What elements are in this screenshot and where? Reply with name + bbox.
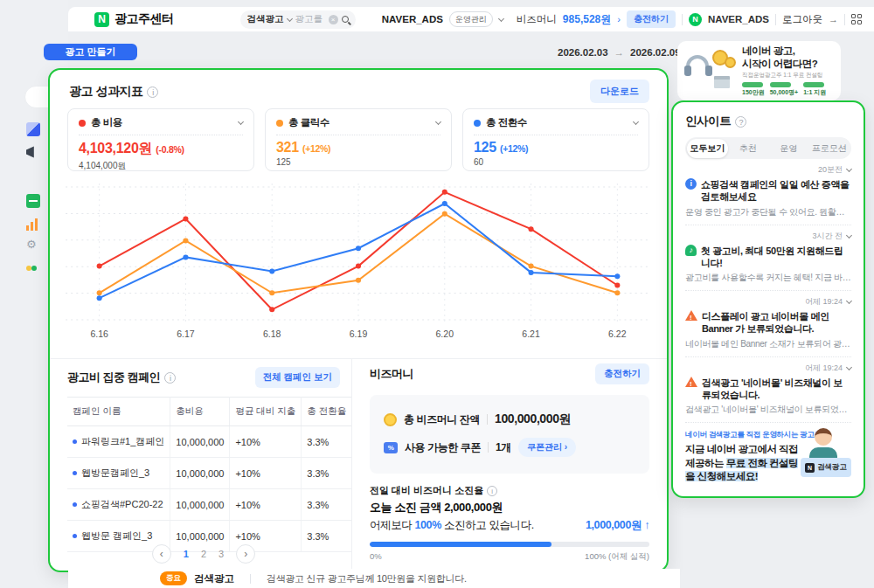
banner-title-line1: 네이버 광고, [742, 45, 794, 56]
chevron-down-icon[interactable] [435, 119, 441, 125]
banner-title-line2: 시작이 어렵다면? [742, 59, 817, 69]
metric-selector[interactable]: 총 전환수 [474, 116, 638, 135]
col-cvr: 총 전환율 [302, 398, 351, 426]
banner-badge [742, 82, 763, 87]
campaign-megaphone-icon[interactable] [26, 145, 40, 159]
consultant-illustration: N검색광고 [801, 428, 851, 486]
search-ad-badge: N검색광고 [801, 458, 851, 477]
chevron-down-icon[interactable] [286, 15, 292, 21]
page-1-button[interactable]: 1 [184, 549, 189, 559]
search-icon[interactable] [342, 16, 349, 23]
tab-all[interactable]: 모두보기 [687, 139, 728, 158]
col-vs-average: 평균 대비 지출 [230, 398, 302, 426]
footer-notice[interactable]: 중요 검색광고 검색광고 신규 광고주님께 10만원을 지원합니다. [68, 569, 680, 588]
tools-wrench-icon[interactable]: ⚙ [26, 238, 40, 252]
metric-previous-value: 60 [474, 157, 638, 167]
naver-logo-icon[interactable]: N [94, 12, 109, 27]
logout-button[interactable]: 로그아웃 [782, 13, 822, 26]
request-consulting-button[interactable]: 컨설팅 신청하러 가기 [685, 496, 851, 498]
prev-page-button[interactable]: ‹ [152, 544, 171, 564]
consulting-promo-banner[interactable]: 네이버 광고, 시작이 어렵다면? 직접운영광고주 1:1 무료 컨설팅 150… [677, 41, 841, 100]
info-icon[interactable]: i [487, 486, 497, 496]
view-all-campaigns-button[interactable]: 전체 캠페인 보기 [255, 367, 340, 388]
x-axis-label: 6.22 [608, 329, 626, 339]
insight-panel: 인사이트? 모두보기 추천 운영 프로모션 20분전 i쇼핑검색 캠페인의 일일… [671, 100, 865, 498]
burn-rate-title: 전일 대비 비즈머니 소진율i [370, 484, 497, 497]
campaigns-table: 캠페인 이름 총비용 평균 대비 지출 총 전환율 파워링크#1_캠페인 10,… [67, 397, 351, 552]
insight-desc: 검색광고 '네이버몰' 비즈채널이 보류되었습니다. [685, 404, 851, 416]
burn-today-amount: 오늘 소진 금액 2,000,000원 [370, 500, 503, 515]
apps-grid-icon[interactable] [851, 14, 862, 24]
balance-label: 총 비즈머니 잔액 [404, 412, 480, 427]
coupon-count: 1개 [496, 440, 511, 455]
chevron-down-icon[interactable] [238, 119, 244, 125]
tab-operations[interactable]: 운영 [768, 139, 809, 158]
help-icon[interactable]: ? [735, 116, 746, 128]
chevron-down-icon[interactable] [846, 166, 852, 172]
account-name[interactable]: NAVER_ADS [382, 14, 443, 24]
x-axis: 6.166.176.186.196.206.216.22 [60, 329, 656, 344]
logout-icon[interactable]: → [829, 14, 838, 24]
divider [50, 358, 667, 359]
date-end[interactable]: 2026.02.09 [630, 47, 681, 58]
col-campaign-name: 캠페인 이름 [67, 398, 170, 426]
burn-delta-value: 1,000,000원 ↑ [586, 518, 649, 533]
tab-promotion[interactable]: 프로모션 [809, 139, 850, 158]
metric-card-conversions: 총 전환수 125 (+12%) 60 [462, 108, 649, 171]
bizmoney-card-icon[interactable] [26, 194, 40, 208]
page-3-button[interactable]: 3 [218, 549, 224, 559]
info-icon[interactable]: i [147, 86, 158, 98]
date-arrow-icon: → [614, 47, 625, 58]
chevron-down-icon[interactable] [846, 298, 852, 304]
global-search[interactable]: 검색광고 광고를 검색하세요. × [240, 10, 356, 29]
chevron-down-icon[interactable] [846, 232, 852, 239]
app-title[interactable]: 광고주센터 [114, 11, 174, 27]
banner-subtitle: 직접운영광고주 1:1 무료 컨설팅 [742, 72, 826, 80]
dashboard-icon[interactable] [26, 122, 40, 136]
banner-badge [770, 82, 791, 87]
chevron-down-icon[interactable] [633, 119, 639, 125]
info-icon[interactable]: i [164, 372, 176, 384]
insight-time: 3시간 전 [812, 231, 843, 242]
divider [844, 14, 845, 25]
account-chevron-icon[interactable] [498, 15, 504, 21]
table-header-row: 캠페인 이름 총비용 평균 대비 지출 총 전환율 [67, 398, 351, 426]
chevron-down-icon[interactable] [846, 364, 852, 370]
table-row[interactable]: 파워링크#1_캠페인 10,000,000 +10% 3.3% [67, 426, 351, 458]
search-category-select[interactable]: 검색광고 [247, 13, 284, 25]
campaigns-section-title: 광고비 집중 캠페인i [67, 370, 176, 385]
table-row[interactable]: 쇼핑검색#PC20-22 10,000,000 +10% 3.3% [67, 489, 351, 521]
metric-delta: (-0.8%) [156, 144, 184, 155]
divider [775, 14, 776, 25]
table-row[interactable]: 웹방문캠페인_3 10,000,000 +10% 3.3% [67, 458, 351, 489]
next-page-button[interactable]: › [236, 544, 255, 564]
x-axis-label: 6.21 [522, 329, 539, 339]
chart-canvas [60, 178, 656, 329]
date-start[interactable]: 2026.02.03 [558, 47, 608, 58]
metric-selector[interactable]: 총 비용 [79, 116, 243, 135]
banner-illustration [684, 48, 739, 93]
bizmoney-charge-button[interactable]: 충전하기 [595, 363, 649, 384]
banner-badge [803, 82, 824, 87]
profile-avatar[interactable]: N [689, 13, 702, 26]
footer-text: 검색광고 신규 광고주님께 10만원을 지원합니다. [267, 572, 467, 585]
bizmoney-amount[interactable]: 985,528원 [563, 12, 611, 27]
search-input[interactable]: 광고를 검색하세요. [295, 13, 325, 25]
coupon-icon: % [384, 442, 398, 453]
divider [682, 14, 683, 25]
manage-coupons-button[interactable]: 쿠폰관리 › [518, 438, 576, 457]
performance-section-title: 광고 성과지표i [69, 84, 158, 100]
metric-selector[interactable]: 총 클릭수 [276, 116, 440, 135]
download-button[interactable]: 다운로드 [590, 80, 649, 103]
page-2-button[interactable]: 2 [201, 549, 206, 559]
tab-recommend[interactable]: 추천 [728, 139, 769, 158]
bizmoney-link-arrow-icon[interactable]: › [617, 14, 621, 24]
charge-button[interactable]: 충전하기 [627, 10, 676, 28]
x-axis-label: 6.17 [177, 329, 194, 339]
clear-icon[interactable]: × [329, 15, 338, 24]
create-ad-button[interactable]: 광고 만들기 [44, 44, 137, 60]
banner-stat: 1:1 지원 [803, 82, 826, 97]
status-dots-icon[interactable] [26, 259, 40, 273]
report-chart-icon[interactable] [26, 217, 40, 231]
insight-desc: 광고비를 사용할수록 커지는 혜택! 지금 바로 경험해보세요 [685, 272, 851, 284]
